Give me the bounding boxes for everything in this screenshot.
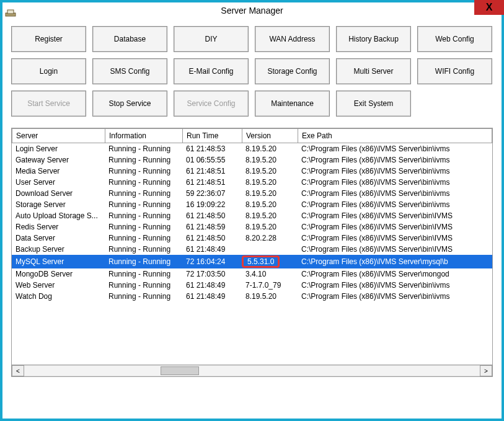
- startservice-button: Start Service: [11, 91, 86, 117]
- cell-version: 8.20.2.28: [242, 233, 298, 244]
- stopservice-button[interactable]: Stop Service: [92, 91, 167, 117]
- button-label: History Backup: [348, 35, 399, 43]
- table-row[interactable]: Redis ServerRunning - Running61 21:48:59…: [12, 221, 492, 233]
- table-row[interactable]: MySQL ServerRunning - Running72 16:04:24…: [12, 255, 492, 268]
- cell-info: Running - Running: [105, 143, 182, 154]
- button-label: Exit System: [354, 99, 393, 108]
- cell-info: Running - Running: [105, 177, 182, 188]
- button-label: Register: [35, 35, 63, 43]
- cell-server: Login Server: [12, 143, 105, 154]
- login-button[interactable]: Login: [11, 58, 86, 84]
- cell-path: C:\Program Files (x86)\IVMS Server\bin\i…: [298, 143, 492, 154]
- col-header-runtime[interactable]: Run Time: [183, 129, 242, 143]
- scroll-thumb[interactable]: [161, 366, 199, 375]
- cell-info: Running - Running: [105, 210, 182, 221]
- cell-runtime: 59 22:36:07: [182, 188, 242, 199]
- cell-info: Running - Running: [105, 291, 182, 302]
- horizontal-scrollbar[interactable]: < >: [12, 365, 492, 376]
- table-row[interactable]: Auto Upload Storage S...Running - Runnin…: [12, 210, 492, 221]
- cell-version: 8.19.5.20: [242, 210, 298, 221]
- table-body: Login ServerRunning - Running61 21:48:53…: [12, 143, 492, 302]
- diy-button[interactable]: DIY: [174, 26, 249, 52]
- table-row[interactable]: Storage ServerRunning - Running16 19:09:…: [12, 199, 492, 210]
- smscfg-button[interactable]: SMS Config: [92, 58, 167, 84]
- version-highlight: 5.5.31.0: [242, 255, 280, 268]
- scroll-right-button[interactable]: >: [480, 365, 492, 376]
- cell-info: Running - Running: [105, 199, 182, 210]
- cell-path: C:\Program Files (x86)\IVMS Server\bin\i…: [298, 188, 492, 199]
- table-header-row: Server Information Run Time Version Exe …: [12, 129, 492, 143]
- chevron-right-icon: >: [484, 368, 488, 374]
- database-button[interactable]: Database: [92, 26, 167, 52]
- table-row[interactable]: MongoDB ServerRunning - Running72 17:03:…: [12, 268, 492, 280]
- cell-path: C:\Program Files (x86)\IVMS Server\bin\i…: [298, 280, 492, 291]
- cell-path: C:\Program Files (x86)\IVMS Server\bin\i…: [298, 166, 492, 177]
- cell-runtime: 61 21:48:51: [182, 166, 242, 177]
- window-title: Server Manager: [2, 6, 502, 16]
- col-header-info[interactable]: Information: [105, 129, 183, 143]
- cell-version: 3.4.10: [242, 268, 298, 280]
- col-header-path[interactable]: Exe Path: [298, 129, 492, 143]
- cell-server: Auto Upload Storage S...: [12, 210, 105, 221]
- server-table: Server Information Run Time Version Exe …: [11, 128, 493, 377]
- table-row[interactable]: Media ServerRunning - Running61 21:48:51…: [12, 166, 492, 177]
- cell-info: Running - Running: [105, 221, 182, 233]
- maintenance-button[interactable]: Maintenance: [255, 91, 330, 117]
- wan-button[interactable]: WAN Address: [255, 26, 330, 52]
- cell-info: Running - Running: [105, 154, 182, 166]
- col-header-server[interactable]: Server: [12, 129, 105, 143]
- button-label: Web Config: [435, 35, 474, 43]
- scroll-track[interactable]: [24, 365, 480, 376]
- cell-server: Gateway Server: [12, 154, 105, 166]
- cell-runtime: 61 21:48:49: [182, 244, 242, 255]
- scroll-left-button[interactable]: <: [12, 365, 24, 376]
- cell-info: Running - Running: [105, 188, 182, 199]
- button-label: Stop Service: [108, 99, 151, 108]
- exitsystem-button[interactable]: Exit System: [336, 91, 411, 117]
- cell-version: 7-1.7.0_79: [242, 280, 298, 291]
- cell-server: User Server: [12, 177, 105, 188]
- cell-path: C:\Program Files (x86)\IVMS Server\mysql…: [298, 255, 492, 268]
- cell-version: 8.19.5.20: [242, 166, 298, 177]
- table-row[interactable]: Watch DogRunning - Running61 21:48:498.1…: [12, 291, 492, 302]
- cell-runtime: 61 21:48:50: [182, 210, 242, 221]
- history-button[interactable]: History Backup: [336, 26, 411, 52]
- cell-server: Watch Dog: [12, 291, 105, 302]
- register-button[interactable]: Register: [11, 26, 86, 52]
- emailcfg-button[interactable]: E-Mail Config: [174, 58, 249, 84]
- button-label: WAN Address: [269, 35, 315, 43]
- cell-path: C:\Program Files (x86)\IVMS Server\bin\I…: [298, 244, 492, 255]
- cell-runtime: 01 06:55:55: [182, 154, 242, 166]
- col-header-version[interactable]: Version: [242, 129, 298, 143]
- table-row[interactable]: Web ServerRunning - Running61 21:48:497-…: [12, 280, 492, 291]
- table-row[interactable]: Download ServerRunning - Running59 22:36…: [12, 188, 492, 199]
- cell-path: C:\Program Files (x86)\IVMS Server\bin\i…: [298, 199, 492, 210]
- storagecfg-button[interactable]: Storage Config: [255, 58, 330, 84]
- cell-runtime: 16 19:09:22: [182, 199, 242, 210]
- cell-runtime: 61 21:48:49: [182, 291, 242, 302]
- cell-version: 8.19.5.20: [242, 291, 298, 302]
- table-row[interactable]: Backup ServerRunning - Running61 21:48:4…: [12, 244, 492, 255]
- cell-runtime: 61 21:48:53: [182, 143, 242, 154]
- button-label: Multi Server: [353, 67, 393, 76]
- cell-path: C:\Program Files (x86)\IVMS Server\bin\I…: [298, 221, 492, 233]
- cell-server: Download Server: [12, 188, 105, 199]
- multiserver-button[interactable]: Multi Server: [336, 58, 411, 84]
- cell-info: Running - Running: [105, 280, 182, 291]
- button-label: Service Config: [187, 99, 235, 108]
- table-row[interactable]: Gateway ServerRunning - Running01 06:55:…: [12, 154, 492, 166]
- webcfg-button[interactable]: Web Config: [417, 26, 492, 52]
- close-button[interactable]: X: [474, 0, 504, 15]
- cell-version: 8.19.5.20: [242, 177, 298, 188]
- table-row[interactable]: Data ServerRunning - Running61 21:48:508…: [12, 233, 492, 244]
- table-row[interactable]: User ServerRunning - Running61 21:48:518…: [12, 177, 492, 188]
- table-row[interactable]: Login ServerRunning - Running61 21:48:53…: [12, 143, 492, 154]
- button-label: Login: [40, 67, 58, 76]
- cell-info: Running - Running: [105, 166, 182, 177]
- button-label: Start Service: [27, 99, 70, 108]
- wificfg-button[interactable]: WIFI Config: [417, 58, 492, 84]
- cell-info: Running - Running: [105, 268, 182, 280]
- cell-path: C:\Program Files (x86)\IVMS Server\mongo…: [298, 268, 492, 280]
- close-icon: X: [486, 2, 493, 13]
- button-label: Database: [114, 35, 146, 43]
